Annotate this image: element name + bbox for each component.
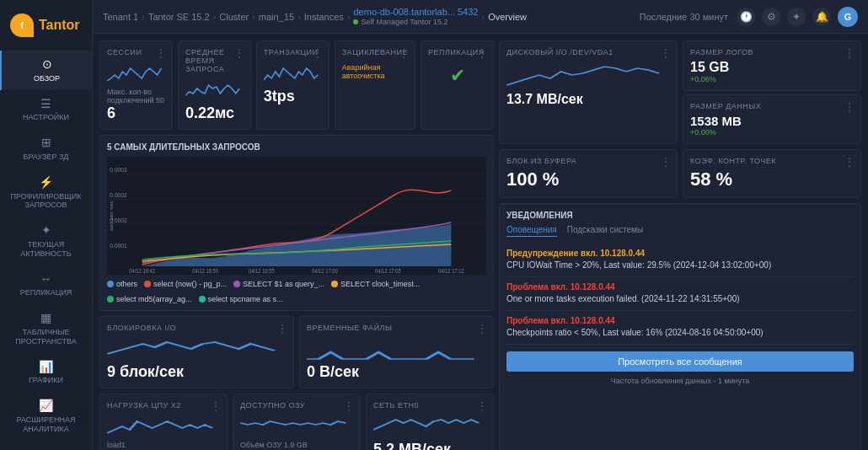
tables-icon: ▦ [40, 311, 51, 325]
sidebar-label-replication: РЕПЛИКАЦИЯ [20, 288, 72, 297]
block-io-label: БЛОКИРОВКА I/O [107, 324, 287, 332]
svg-text:0.0001: 0.0001 [110, 241, 126, 249]
log-size-delta: +0.06% [690, 75, 854, 83]
breadcrumb-main15[interactable]: main_15 [259, 12, 294, 22]
svg-text:04/12 16:42: 04/12 16:42 [129, 267, 155, 274]
io-row: БЛОКИРОВКА I/O ⋮ 9 блок/сек ВРЕМЕННЫЕ ФА… [99, 316, 494, 388]
sidebar-item-replication[interactable]: ↔ РЕПЛИКАЦИЯ [0, 265, 92, 305]
header-right: Последние 30 минут 🕐 ⚙ ✦ 🔔 G [640, 7, 858, 27]
buffer-block-menu[interactable]: ⋮ [660, 155, 672, 169]
sidebar-item-activity[interactable]: ✦ ТЕКУЩАЯ АКТИВНОСТЬ [0, 217, 92, 265]
replication-status: ✔ [428, 60, 486, 92]
right-top-metrics: ДИСКОВЫЙ I/O /DEV/VDA1 ⋮ 13.7 MB/сек РАЗ… [499, 40, 861, 144]
ram-sparkline [240, 413, 353, 438]
bell-icon[interactable]: 🔔 [812, 8, 831, 26]
breadcrumb-tenant[interactable]: Tenant 1 [103, 12, 138, 22]
cpu-sub: load1 [107, 441, 220, 449]
tasks-icon: ✓ [41, 447, 51, 450]
view-all-button[interactable]: Просмотреть все сообщения [506, 351, 854, 372]
notif-tab-alerts[interactable]: Оповещения [506, 225, 557, 237]
sep2: › [213, 12, 217, 22]
sessions-menu[interactable]: ⋮ [155, 46, 167, 60]
browser3d-icon: ⊞ [41, 136, 51, 150]
chart-legend: others select (now() - pg_p... SELECT $1… [107, 280, 486, 303]
sidebar-item-browser3d[interactable]: ⊞ БРАУЗЕР ЗД [0, 129, 92, 169]
gear-icon[interactable]: ⚙ [762, 8, 780, 26]
avg-request-menu[interactable]: ⋮ [233, 46, 245, 60]
ram-menu[interactable]: ⋮ [343, 399, 355, 413]
breadcrumb-version[interactable]: Tantor SE 15.2 [148, 12, 210, 22]
legend-select-1: SELECT $1 as query_... [233, 280, 324, 288]
ram-label: ДОСТУПНО ОЗУ [240, 401, 353, 410]
replication-icon: ↔ [40, 272, 52, 287]
cpu-menu[interactable]: ⋮ [210, 399, 222, 413]
instance-info: demo-db-008.tantorlab... 5432 Self Manag… [353, 7, 478, 26]
block-io-menu[interactable]: ⋮ [276, 322, 288, 335]
sidebar-label-settings: НАСТРОЙКИ [23, 113, 69, 122]
disk-io-menu[interactable]: ⋮ [660, 46, 672, 60]
right-column: ДИСКОВЫЙ I/O /DEV/VDA1 ⋮ 13.7 MB/сек РАЗ… [499, 40, 861, 450]
sidebar-item-analytics[interactable]: 📈 РАСШИРЕННАЯ АНАЛИТИКА [0, 392, 92, 440]
profiler-icon: ⚡ [39, 175, 53, 190]
cpu-sparkline [107, 413, 220, 438]
notif-title-2: Проблема вкл. 10.128.0.44 [506, 316, 854, 325]
sidebar-item-tables[interactable]: ▦ ТАБЛИЧНЫЕ ПРОСТРАНСТВА [0, 304, 92, 352]
sessions-card: СЕССИИ ⋮ Макс. кол-во подключений 50 6 [99, 40, 173, 130]
instance-name[interactable]: demo-db-008.tantorlab... 5432 [353, 7, 478, 17]
logo: f Tantor [0, 7, 92, 51]
buffer-block-card: БЛОК ИЗ БУФЕРА ⋮ 100 % [499, 149, 678, 198]
legend-dot-others [107, 281, 114, 287]
notif-title-0: Предупреждение вкл. 10.128.0.44 [506, 249, 854, 258]
legend-dot-select-md5 [107, 296, 114, 303]
logo-icon: f [10, 13, 34, 37]
checkpoint-menu[interactable]: ⋮ [844, 155, 855, 169]
notif-text-2: Checkpoints ratio < 50%, Last value: 16%… [506, 327, 854, 339]
log-size-menu[interactable]: ⋮ [844, 46, 855, 60]
clock-icon[interactable]: 🕐 [737, 8, 755, 26]
network-card: СЕТЬ ETH0 ⋮ 5.2 MB/сек ‹ 1 of 2 › [366, 394, 494, 450]
sidebar-item-tasks[interactable]: ✓ ЗАДАЧИ [0, 441, 92, 450]
transactions-menu[interactable]: ⋮ [312, 46, 324, 60]
sep3: › [252, 12, 255, 22]
status-dot [353, 19, 358, 24]
ram-sub: Объём ОЗУ 1.9 GB [240, 441, 353, 449]
temp-files-menu[interactable]: ⋮ [476, 322, 488, 335]
temp-files-sparkline [307, 335, 486, 361]
legend-label-select-md5: select md5(array_ag... [116, 295, 192, 303]
locking-menu[interactable]: ⋮ [398, 46, 410, 60]
block-io-value: 9 блок/сек [107, 363, 287, 381]
legend-others: others [107, 280, 137, 288]
cpu-card: НАГРУЗКА ЦПУ X2 ⋮ load1 0.32 [99, 394, 228, 450]
avatar[interactable]: G [838, 7, 858, 27]
sep5: › [347, 12, 351, 22]
replication-menu[interactable]: ⋮ [476, 46, 488, 60]
sidebar-label-profiler: ПРОФИЛИРОВЩИК ЗАПРОСОВ [5, 192, 87, 211]
breadcrumb-current: Overview [488, 12, 527, 22]
legend-dot-select-now [144, 281, 151, 287]
sidebar-item-graphs[interactable]: 📊 ГРАФИКИ [0, 353, 92, 393]
sessions-sparkline [107, 60, 165, 85]
left-column: СЕССИИ ⋮ Макс. кол-во подключений 50 6 С… [99, 40, 494, 450]
network-menu[interactable]: ⋮ [476, 399, 488, 413]
activity-icon: ✦ [41, 223, 51, 238]
star-icon[interactable]: ✦ [787, 8, 806, 26]
breadcrumb-instances[interactable]: Instances [304, 12, 344, 22]
header: Tenant 1 › Tantor SE 15.2 › Cluster › ma… [93, 0, 868, 34]
block-io-sparkline [107, 335, 287, 361]
notifications-panel: УВЕДОМЛЕНИЯ Оповещения Подсказки системы… [499, 203, 861, 450]
long-queries-title: 5 САМЫХ ДЛИТЕЛЬНЫХ ЗАПРОСОВ [107, 142, 486, 152]
sidebar-item-settings[interactable]: ☰ НАСТРОЙКИ [0, 90, 92, 130]
log-size-value: 15 GB [690, 60, 854, 75]
graphs-icon: 📊 [39, 360, 53, 374]
data-size-card: РАЗМЕР ДАННЫХ ⋮ 1538 MB +0.00% [683, 94, 861, 144]
sidebar-item-profiler[interactable]: ⚡ ПРОФИЛИРОВЩИК ЗАПРОСОВ [0, 169, 92, 217]
legend-select-now: select (now() - pg_p... [144, 280, 227, 288]
sidebar-item-overview[interactable]: ⊙ ОБЗОР [0, 51, 92, 90]
data-size-menu[interactable]: ⋮ [844, 100, 855, 114]
notif-tab-hints[interactable]: Подсказки системы [567, 225, 643, 237]
svg-text:04/12 16:50: 04/12 16:50 [192, 267, 218, 274]
buffer-block-value: 100 % [506, 169, 670, 190]
breadcrumb-cluster[interactable]: Cluster [219, 12, 249, 22]
legend-label-others: others [116, 280, 137, 288]
notif-item-0: Предупреждение вкл. 10.128.0.44 CPU IOWa… [506, 244, 854, 277]
